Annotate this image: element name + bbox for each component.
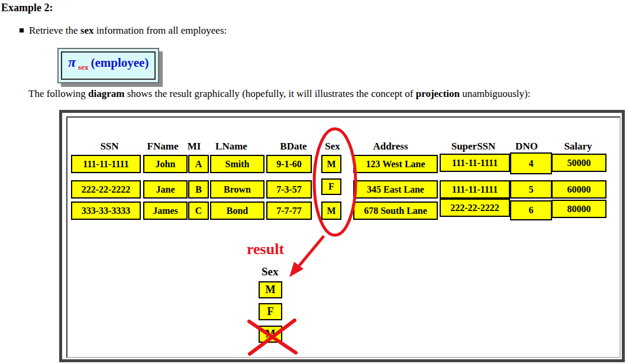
column-header-superssn: SuperSSN — [451, 141, 496, 152]
bullet-text-post: information from all employees: — [94, 25, 227, 36]
page-title: Example 2: — [1, 2, 53, 14]
bullet-text-bold: sex — [80, 25, 94, 36]
formula-operand: (employee) — [91, 56, 149, 70]
bullet-item: Retrieve the sex information from all em… — [20, 25, 227, 37]
column-header-ssn: SSN — [100, 141, 118, 152]
column-header-salary: Salary — [564, 141, 592, 152]
result-label: result — [247, 240, 284, 258]
caption-pre: The following — [28, 88, 88, 99]
formula-expression: πsex(employee) — [61, 51, 156, 80]
lecture-page: Example 2: Retrieve the sex information … — [0, 0, 626, 364]
column-header-dno: DNO — [515, 141, 538, 152]
caption-bold-diagram: diagram — [88, 88, 124, 99]
column-header-lname: LName — [215, 141, 247, 152]
table-column-headers: SSNFNameMILNameBDateSexAddressSuperSSNDN… — [0, 141, 626, 154]
caption-bold-projection: projection — [416, 88, 460, 99]
pi-operator: π — [68, 54, 76, 70]
column-header-bdate: BDate — [280, 141, 306, 152]
formula-subscript: sex — [78, 63, 88, 72]
diagram-caption: The following diagram shows the result g… — [28, 88, 530, 100]
caption-post: unambiguously): — [460, 88, 530, 99]
bullet-text-pre: Retrieve the — [29, 25, 80, 36]
column-header-address: Address — [373, 141, 408, 152]
column-header-mi: MI — [188, 141, 201, 152]
caption-mid: shows the result graphically (hopefully,… — [124, 88, 415, 99]
formula-box: πsex(employee) — [57, 48, 159, 83]
bullet-square-icon — [20, 28, 24, 32]
column-header-sex: Sex — [325, 141, 340, 152]
column-header-fname: FName — [147, 141, 179, 152]
result-column-header: Sex — [262, 265, 279, 278]
